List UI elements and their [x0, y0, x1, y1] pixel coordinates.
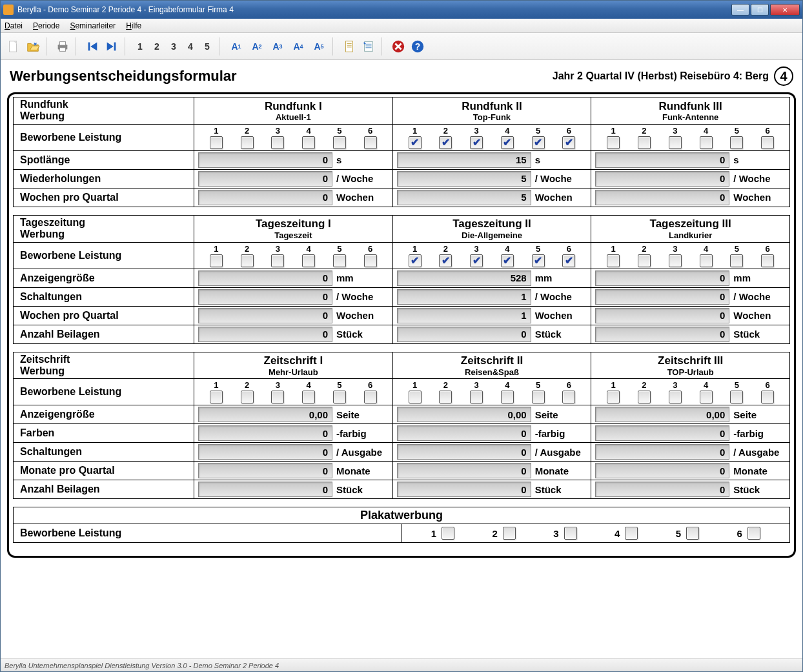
- zeitschrift-col0-check-2[interactable]: [241, 391, 254, 403]
- tageszeitung-col0-check-2[interactable]: [241, 254, 254, 267]
- tageszeitung-col1-check-6[interactable]: [562, 254, 575, 267]
- zeitschrift-col0-check-1[interactable]: [210, 391, 223, 403]
- rundfunk-col0-check-3[interactable]: [271, 136, 284, 149]
- zeitschrift-row4-col0-input[interactable]: [198, 463, 332, 478]
- rundfunk-row2-col2-input[interactable]: [595, 171, 729, 187]
- zeitschrift-row2-col2-input[interactable]: [595, 425, 729, 441]
- toolbar-a2[interactable]: A2: [247, 36, 267, 57]
- tageszeitung-row1-col2-input[interactable]: [595, 270, 729, 286]
- zeitschrift-row5-col1-input[interactable]: [397, 482, 531, 497]
- tageszeitung-col1-check-2[interactable]: [439, 254, 452, 267]
- tageszeitung-row1-col1-input[interactable]: [397, 270, 531, 286]
- rundfunk-col0-check-5[interactable]: [333, 136, 346, 149]
- rundfunk-col2-check-2[interactable]: [638, 136, 651, 149]
- zeitschrift-row3-col0-input[interactable]: [198, 444, 332, 460]
- rundfunk-col0-check-4[interactable]: [302, 136, 315, 149]
- zeitschrift-row3-col2-input[interactable]: [595, 444, 729, 460]
- zeitschrift-row2-col1-input[interactable]: [397, 425, 531, 441]
- tageszeitung-row2-col0-input[interactable]: [198, 289, 332, 305]
- tageszeitung-col2-check-4[interactable]: [700, 254, 713, 267]
- nav-first-icon[interactable]: [83, 36, 101, 57]
- zeitschrift-col1-check-5[interactable]: [532, 391, 545, 403]
- toolbar-num-3[interactable]: 3: [166, 36, 181, 57]
- tageszeitung-row4-col0-input[interactable]: [198, 327, 332, 342]
- tageszeitung-row2-col1-input[interactable]: [397, 289, 531, 305]
- toolbar-num-2[interactable]: 2: [149, 36, 165, 57]
- list-icon[interactable]: [360, 36, 378, 57]
- rundfunk-col1-check-6[interactable]: [562, 136, 575, 149]
- zeitschrift-row1-col2-input[interactable]: [595, 407, 729, 422]
- zeitschrift-col0-check-3[interactable]: [271, 391, 284, 403]
- zeitschrift-row4-col2-input[interactable]: [595, 463, 729, 478]
- rundfunk-row3-col0-input[interactable]: [198, 190, 332, 205]
- tageszeitung-col2-check-1[interactable]: [607, 254, 620, 267]
- zeitschrift-col1-check-3[interactable]: [470, 391, 483, 403]
- zeitschrift-col2-check-1[interactable]: [607, 391, 620, 403]
- minimize-button[interactable]: —: [731, 4, 749, 15]
- rundfunk-col2-check-5[interactable]: [730, 136, 743, 149]
- rundfunk-col1-check-3[interactable]: [470, 136, 483, 149]
- report-icon[interactable]: [340, 36, 358, 57]
- rundfunk-row3-col2-input[interactable]: [595, 190, 729, 205]
- zeitschrift-col2-check-2[interactable]: [638, 391, 651, 403]
- rundfunk-row2-col1-input[interactable]: [397, 171, 531, 187]
- tageszeitung-col0-check-1[interactable]: [210, 254, 223, 267]
- rundfunk-row1-col2-input[interactable]: [595, 152, 729, 168]
- rundfunk-col1-check-1[interactable]: [409, 136, 422, 149]
- rundfunk-col1-check-4[interactable]: [501, 136, 514, 149]
- tageszeitung-row1-col0-input[interactable]: [198, 270, 332, 286]
- rundfunk-col0-check-1[interactable]: [210, 136, 223, 149]
- rundfunk-row3-col1-input[interactable]: [397, 190, 531, 205]
- toolbar-a1[interactable]: A1: [227, 36, 246, 57]
- tageszeitung-row3-col1-input[interactable]: [397, 308, 531, 323]
- toolbar-a3[interactable]: A3: [268, 36, 287, 57]
- rundfunk-col2-check-1[interactable]: [607, 136, 620, 149]
- nav-last-icon[interactable]: [103, 36, 121, 57]
- tageszeitung-col0-check-3[interactable]: [271, 254, 284, 267]
- tageszeitung-col2-check-3[interactable]: [669, 254, 682, 267]
- tageszeitung-col2-check-5[interactable]: [730, 254, 743, 267]
- rundfunk-col1-check-2[interactable]: [439, 136, 452, 149]
- rundfunk-col2-check-4[interactable]: [700, 136, 713, 149]
- tageszeitung-row4-col1-input[interactable]: [397, 327, 531, 342]
- rundfunk-col2-check-3[interactable]: [669, 136, 682, 149]
- rundfunk-col0-check-6[interactable]: [364, 136, 377, 149]
- tageszeitung-row2-col2-input[interactable]: [595, 289, 729, 305]
- tageszeitung-col1-check-1[interactable]: [409, 254, 422, 267]
- rundfunk-col0-check-2[interactable]: [241, 136, 254, 149]
- tageszeitung-col0-check-6[interactable]: [364, 254, 377, 267]
- maximize-button[interactable]: ☐: [751, 4, 769, 15]
- tageszeitung-row4-col2-input[interactable]: [595, 327, 729, 342]
- zeitschrift-row1-col1-input[interactable]: [397, 407, 531, 422]
- rundfunk-col2-check-6[interactable]: [761, 136, 774, 149]
- open-folder-icon[interactable]: [24, 36, 42, 57]
- rundfunk-row2-col0-input[interactable]: [198, 171, 332, 187]
- zeitschrift-row5-col2-input[interactable]: [595, 482, 729, 497]
- new-doc-icon[interactable]: [5, 36, 23, 57]
- tageszeitung-col2-check-2[interactable]: [638, 254, 651, 267]
- toolbar-num-5[interactable]: 5: [199, 36, 215, 57]
- toolbar-num-4[interactable]: 4: [183, 36, 198, 57]
- print-icon[interactable]: [54, 36, 72, 57]
- zeitschrift-row4-col1-input[interactable]: [397, 463, 531, 478]
- zeitschrift-row5-col0-input[interactable]: [198, 482, 332, 497]
- plakat-check-2[interactable]: [503, 527, 516, 540]
- toolbar-a5[interactable]: A5: [309, 36, 329, 57]
- menu-periode[interactable]: Periode: [33, 21, 59, 30]
- menu-datei[interactable]: Datei: [5, 21, 23, 30]
- toolbar-num-1[interactable]: 1: [132, 36, 148, 57]
- zeitschrift-row1-col0-input[interactable]: [198, 407, 332, 422]
- zeitschrift-col0-check-4[interactable]: [302, 391, 315, 403]
- tageszeitung-row3-col2-input[interactable]: [595, 308, 729, 323]
- zeitschrift-col2-check-4[interactable]: [700, 391, 713, 403]
- zeitschrift-col0-check-5[interactable]: [333, 391, 346, 403]
- error-icon[interactable]: [389, 36, 407, 57]
- tageszeitung-col1-check-5[interactable]: [532, 254, 545, 267]
- zeitschrift-col1-check-4[interactable]: [501, 391, 514, 403]
- plakat-check-5[interactable]: [686, 527, 699, 540]
- menu-seminarleiter[interactable]: Seminarleiter: [70, 21, 116, 30]
- toolbar-a4[interactable]: A4: [289, 36, 308, 57]
- rundfunk-row1-col1-input[interactable]: [397, 152, 531, 168]
- zeitschrift-col1-check-2[interactable]: [439, 391, 452, 403]
- zeitschrift-col1-check-6[interactable]: [562, 391, 575, 403]
